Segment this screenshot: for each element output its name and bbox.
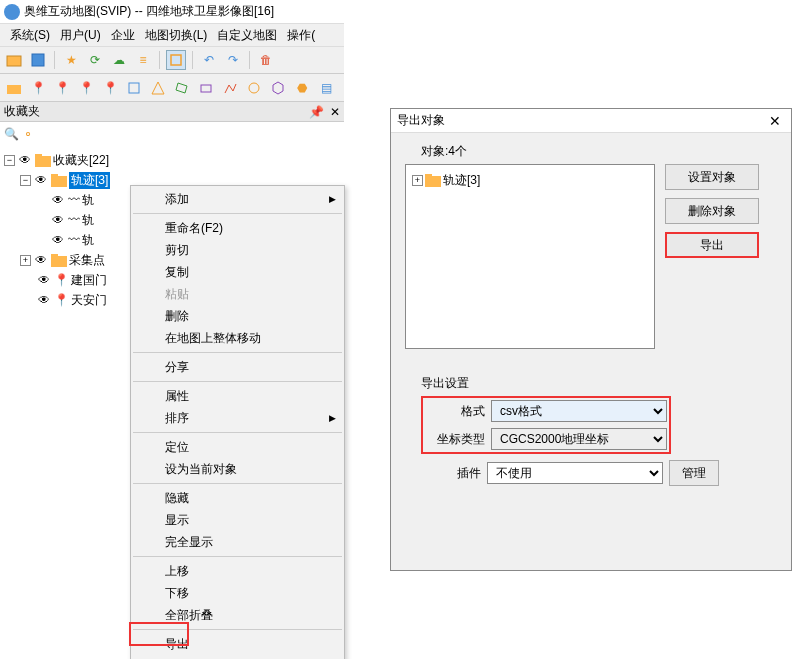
undo-icon[interactable]: ↶ <box>199 50 219 70</box>
toolbar-1: ★ ⟳ ☁ ≡ ↶ ↷ 🗑 <box>0 46 344 74</box>
export-settings-label: 导出设置 <box>421 375 777 392</box>
cloud-icon[interactable]: ☁ <box>109 50 129 70</box>
cm-add[interactable]: 添加 <box>131 188 344 210</box>
export-dialog: 导出对象 ✕ 对象:4个 + 轨迹[3] 设置对象 删除对象 导出 导出设置 <box>390 108 792 571</box>
refresh-icon[interactable]: ⟳ <box>85 50 105 70</box>
pin-purple-icon[interactable]: 📍 <box>52 78 72 98</box>
svg-rect-7 <box>201 85 211 92</box>
eye-icon[interactable]: 👁 <box>50 193 66 207</box>
cm-moveup[interactable]: 上移 <box>131 560 344 582</box>
shape1-icon[interactable] <box>124 78 144 98</box>
menu-enterprise[interactable]: 企业 <box>107 25 139 46</box>
pin-blue-icon[interactable]: 📍 <box>76 78 96 98</box>
delete-icon[interactable]: 🗑 <box>256 50 276 70</box>
filter-icon[interactable]: ⚬ <box>23 127 33 141</box>
path-icon[interactable] <box>220 78 240 98</box>
plugin-label: 插件 <box>421 465 481 482</box>
track-icon: 〰 <box>68 213 80 227</box>
layer-icon[interactable]: ▤ <box>316 78 336 98</box>
marker-yellow-icon[interactable]: ⬣ <box>292 78 312 98</box>
signal-icon[interactable]: ≡ <box>133 50 153 70</box>
shape3-icon[interactable] <box>172 78 192 98</box>
delete-object-button[interactable]: 删除对象 <box>665 198 759 224</box>
collapse-icon[interactable]: − <box>4 155 15 166</box>
object-count-label: 对象:4个 <box>421 143 777 160</box>
cm-sort[interactable]: 排序 <box>131 407 344 429</box>
cm-show[interactable]: 显示 <box>131 509 344 531</box>
menu-custommap[interactable]: 自定义地图 <box>213 25 281 46</box>
cm-search[interactable]: 搜索 <box>131 655 344 659</box>
svg-rect-0 <box>7 56 21 66</box>
eye-icon[interactable]: 👁 <box>17 153 33 167</box>
pin-icon: 📍 <box>54 273 69 287</box>
cm-share[interactable]: 分享 <box>131 356 344 378</box>
save-icon[interactable] <box>28 50 48 70</box>
set-object-button[interactable]: 设置对象 <box>665 164 759 190</box>
cm-hide[interactable]: 隐藏 <box>131 487 344 509</box>
shape2-icon[interactable] <box>148 78 168 98</box>
svg-rect-1 <box>32 54 44 66</box>
eye-icon[interactable]: 👁 <box>33 173 49 187</box>
svg-rect-17 <box>425 174 432 178</box>
format-select[interactable]: csv格式 <box>491 400 667 422</box>
eye-icon[interactable]: 👁 <box>33 253 49 267</box>
menu-operate[interactable]: 操作( <box>283 25 319 46</box>
mark-folder-icon[interactable] <box>4 78 24 98</box>
tree-root[interactable]: − 👁 收藏夹[22] <box>4 150 340 170</box>
plugin-select[interactable]: 不使用 <box>487 462 663 484</box>
cm-setcurrent[interactable]: 设为当前对象 <box>131 458 344 480</box>
eye-icon[interactable]: 👁 <box>36 273 52 287</box>
search-icon[interactable]: 🔍 <box>4 127 19 141</box>
cm-movedown[interactable]: 下移 <box>131 582 344 604</box>
coord-type-select[interactable]: CGCS2000地理坐标 <box>491 428 667 450</box>
svg-rect-2 <box>171 55 181 65</box>
collapse-icon[interactable]: − <box>20 175 31 186</box>
cm-showall[interactable]: 完全显示 <box>131 531 344 553</box>
pin-icon[interactable]: 📌 <box>309 105 324 119</box>
pin-orange-icon[interactable]: 📍 <box>100 78 120 98</box>
svg-rect-3 <box>7 85 21 94</box>
cm-delete[interactable]: 删除 <box>131 305 344 327</box>
star-icon[interactable]: ★ <box>61 50 81 70</box>
eye-icon[interactable]: 👁 <box>50 233 66 247</box>
menu-mapswitch[interactable]: 地图切换(L) <box>141 25 212 46</box>
svg-rect-11 <box>35 154 42 158</box>
format-label: 格式 <box>425 403 485 420</box>
shape4-icon[interactable] <box>196 78 216 98</box>
cm-copy[interactable]: 复制 <box>131 261 344 283</box>
export-button[interactable]: 导出 <box>665 232 759 258</box>
open-icon[interactable] <box>4 50 24 70</box>
panel-close-icon[interactable]: ✕ <box>330 105 340 119</box>
folder-icon <box>35 153 51 167</box>
window-title: 奥维互动地图(SVIP) -- 四维地球卫星影像图[16] <box>24 3 274 20</box>
pin-green-icon[interactable]: 📍 <box>28 78 48 98</box>
menu-system[interactable]: 系统(S) <box>6 25 54 46</box>
hex-icon[interactable] <box>268 78 288 98</box>
expand-icon[interactable]: + <box>412 175 423 186</box>
svg-rect-15 <box>51 254 58 258</box>
cm-props[interactable]: 属性 <box>131 385 344 407</box>
pin-icon: 📍 <box>54 293 69 307</box>
eye-icon[interactable]: 👁 <box>50 213 66 227</box>
tree-root-label: 收藏夹[22] <box>53 152 109 169</box>
expand-icon[interactable]: + <box>20 255 31 266</box>
cm-rename[interactable]: 重命名(F2) <box>131 217 344 239</box>
cm-moveonmap[interactable]: 在地图上整体移动 <box>131 327 344 349</box>
circle-icon[interactable] <box>244 78 264 98</box>
cm-cut[interactable]: 剪切 <box>131 239 344 261</box>
track-icon: 〰 <box>68 193 80 207</box>
list-item[interactable]: + 轨迹[3] <box>412 171 648 189</box>
eye-icon[interactable]: 👁 <box>36 293 52 307</box>
menu-user[interactable]: 用户(U) <box>56 25 105 46</box>
manage-button[interactable]: 管理 <box>669 460 719 486</box>
app-icon <box>4 4 20 20</box>
close-icon[interactable]: ✕ <box>765 111 785 131</box>
svg-rect-13 <box>51 174 58 178</box>
redo-icon[interactable]: ↷ <box>223 50 243 70</box>
tree-item-label: 建国门 <box>71 272 107 289</box>
coord-label: 坐标类型 <box>425 431 485 448</box>
object-list[interactable]: + 轨迹[3] <box>405 164 655 349</box>
cm-locate[interactable]: 定位 <box>131 436 344 458</box>
svg-rect-4 <box>129 83 139 93</box>
crop-icon[interactable] <box>166 50 186 70</box>
